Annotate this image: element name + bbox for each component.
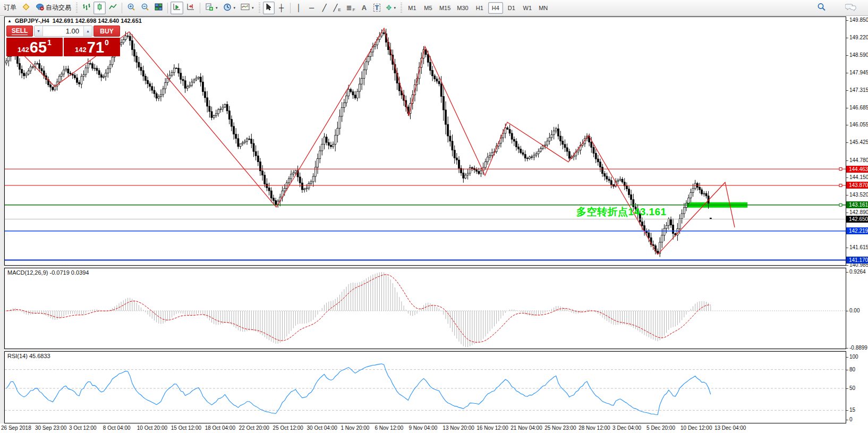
chevron-down-icon[interactable]: ▾ [234,6,236,10]
time-axis-label: 8 Oct 04:00 [103,425,131,431]
timeframe-h1-button[interactable]: H1 [472,2,487,14]
axis-tick-mark [846,125,848,125]
buy-price-pip: 0 [105,38,109,47]
vertical-line-button[interactable]: │ [293,2,305,14]
autotrading-label: 自动交易 [46,3,71,12]
clock-icon [223,3,232,13]
axis-tick-mark [846,272,848,273]
toolbar-drag-handle [76,3,78,13]
arrows-tool-icon: ✥ [386,4,392,11]
price-axis-tick: 145.425 [849,139,868,145]
search-button[interactable] [815,2,828,14]
timeframe-w1-button[interactable]: W1 [520,2,535,14]
time-axis-label: 25 Nov 23:00 [544,425,576,431]
price-axis-tick: 149.850 [849,17,868,23]
collapse-panel-icon[interactable]: ▲ [7,19,12,23]
price-axis-tick: 147.315 [849,87,868,93]
time-axis-label: 30 Oct 04:00 [307,425,337,431]
templates-button[interactable]: ▾ [239,2,256,14]
chevron-down-icon[interactable]: ▾ [394,6,396,10]
axis-tick-mark [846,160,848,161]
sell-price-display[interactable]: 142 65 1 [6,38,63,56]
equidistant-channel-button[interactable]: ╱ E [331,2,343,14]
axis-tick-mark [846,73,848,73]
timeframe-m15-button[interactable]: M15 [437,2,453,14]
axis-tick-mark [846,357,848,358]
zoom-in-button[interactable] [125,2,138,14]
volume-decrease-button[interactable]: ▼ [35,26,43,36]
text-label-icon: T [373,4,381,12]
autotrading-icon [36,3,44,12]
arrows-tool-button[interactable]: ✥ ▾ [384,2,398,14]
zoom-out-button[interactable] [139,2,151,14]
periods-button[interactable]: ▾ [221,2,238,14]
toolbar-separator [200,3,200,13]
text-label-button[interactable]: T [371,2,383,14]
chart-ohlc-values: 142.691 142.698 142.640 142.651 [53,18,142,24]
chevron-down-icon[interactable]: ▾ [252,6,254,10]
rsi-canvas[interactable] [4,351,846,423]
volume-input[interactable]: 1.00 [43,26,83,36]
axis-tick-mark [846,388,848,389]
axis-tick-mark [846,248,848,248]
price-chart-canvas[interactable] [4,16,846,266]
time-axis-label: 18 Oct 04:00 [205,425,235,431]
time-axis-label: 1 Nov 20:00 [341,425,370,431]
timeframe-d1-button[interactable]: D1 [504,2,519,14]
tile-windows-button[interactable] [152,2,165,14]
timeframe-m30-button[interactable]: M30 [454,2,471,14]
chart-shift-button[interactable] [184,2,197,14]
buy-button[interactable]: BUY [93,26,120,37]
sell-button[interactable]: SELL [6,26,33,37]
macd-canvas[interactable] [4,268,846,349]
price-level-badge: 143.161 [846,201,868,208]
timeframe-m1-button[interactable]: M1 [405,2,420,14]
autotrading-button[interactable]: 自动交易 [33,2,73,14]
time-axis-label: 13 Nov 20:00 [442,425,474,431]
chat-button[interactable] [843,2,859,14]
tile-windows-icon [155,3,163,12]
indicators-button[interactable]: ▾ [203,2,220,14]
auto-scroll-button[interactable] [171,2,183,14]
current-price-badge: 142.650 [846,216,868,223]
price-axis[interactable]: 149.850149.220148.590147.945147.315146.6… [846,16,868,423]
horizontal-line-button[interactable]: ─ [306,2,318,14]
toolbar-separator [122,3,122,13]
timeframe-m5-button[interactable]: M5 [421,2,436,14]
price-level-badge: 143.870 [846,182,868,189]
line-chart-button[interactable] [107,2,119,14]
templates-icon [241,3,250,12]
fibonacci-icon: ≣ [346,4,352,11]
volume-increase-button[interactable]: ▲ [83,26,92,36]
trendline-button[interactable]: ╱ [319,2,330,14]
bar-chart-button[interactable] [80,2,92,14]
time-axis-label: 3 Oct 12:00 [69,425,97,431]
time-axis-label: 10 Dec 12:00 [680,425,712,431]
candlestick-chart-button[interactable] [93,2,106,14]
bar-chart-icon [82,3,90,12]
rsi-axis-tick: 15 [849,407,855,413]
channel-letter: E [338,7,341,12]
cursor-button[interactable] [263,2,275,14]
rsi-axis-tick: 100 [849,354,858,360]
axis-tick-mark [846,213,848,213]
timeframe-h4-button[interactable]: H4 [488,2,503,14]
axis-tick-mark [846,348,848,349]
chart-symbol-title: GBPJPY-,H4 [15,18,49,24]
time-axis-label: 22 Oct 20:00 [239,425,269,431]
timeframe-mn-button[interactable]: MN [536,2,551,14]
crosshair-icon: ┼ [279,4,284,11]
metaeditor-icon [22,3,30,12]
price-axis-tick: 149.220 [849,35,868,40]
metaeditor-button[interactable] [20,2,32,14]
rsi-axis-tick: 50 [849,385,855,391]
time-axis[interactable]: 26 Sep 201830 Sep 23:003 Oct 12:008 Oct … [0,423,868,433]
macd-axis-tick: -0.8899 [849,345,867,351]
axis-tick-mark [846,108,848,108]
buy-price-display[interactable]: 142 71 0 [64,38,120,56]
crosshair-button[interactable]: ┼ [276,2,287,14]
new-order-button[interactable]: 订单 [2,2,19,14]
chevron-down-icon[interactable]: ▾ [216,6,218,10]
text-tool-button[interactable]: A [359,2,370,14]
fibonacci-button[interactable]: ≣ F [344,2,358,14]
